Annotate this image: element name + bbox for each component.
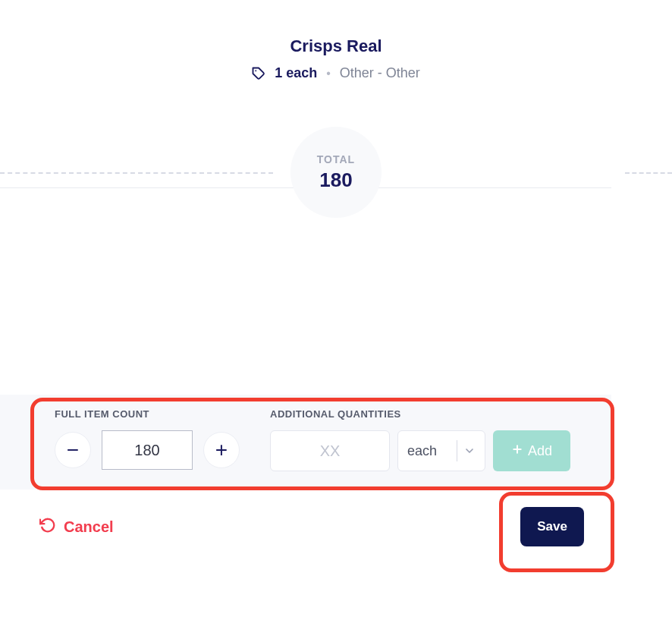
item-quantity: 1 each bbox=[275, 65, 317, 81]
full-count-section: FULL ITEM COUNT − + bbox=[55, 408, 240, 470]
save-button[interactable]: Save bbox=[520, 507, 584, 546]
item-title: Crisps Real bbox=[0, 36, 672, 56]
full-count-input[interactable] bbox=[102, 430, 193, 470]
tag-icon bbox=[252, 67, 265, 80]
unit-select[interactable]: each bbox=[397, 430, 485, 471]
divider-left bbox=[0, 172, 273, 174]
decrement-button[interactable]: − bbox=[55, 432, 91, 468]
plus-icon: + bbox=[215, 439, 228, 461]
additional-input[interactable] bbox=[270, 430, 390, 471]
additional-section: ADDITIONAL QUANTITIES each bbox=[270, 408, 570, 471]
add-button[interactable]: Add bbox=[493, 430, 570, 471]
item-subtitle: 1 each • Other - Other bbox=[0, 65, 672, 81]
footer-actions: Cancel Save bbox=[0, 507, 611, 546]
total-value: 180 bbox=[319, 168, 352, 192]
total-label: TOTAL bbox=[317, 153, 355, 165]
full-count-label: FULL ITEM COUNT bbox=[55, 408, 240, 420]
unit-text: each bbox=[407, 443, 451, 459]
increment-button[interactable]: + bbox=[203, 432, 240, 468]
unit-divider bbox=[457, 440, 457, 461]
cancel-button[interactable]: Cancel bbox=[39, 517, 114, 537]
undo-icon bbox=[39, 517, 56, 537]
divider-right bbox=[625, 172, 672, 174]
count-panel: FULL ITEM COUNT − + ADDITIONAL QUANTITIE… bbox=[0, 395, 611, 490]
separator-bullet: • bbox=[326, 67, 331, 80]
total-badge: TOTAL 180 bbox=[290, 127, 382, 218]
chevron-down-icon bbox=[463, 445, 476, 457]
cancel-label: Cancel bbox=[64, 518, 114, 536]
total-divider: TOTAL 180 bbox=[0, 127, 672, 218]
plus-icon bbox=[511, 443, 523, 459]
additional-label: ADDITIONAL QUANTITIES bbox=[270, 408, 570, 420]
item-header: Crisps Real 1 each • Other - Other bbox=[0, 0, 672, 81]
item-category: Other - Other bbox=[340, 65, 420, 81]
minus-icon: − bbox=[67, 439, 79, 461]
add-button-label: Add bbox=[528, 443, 552, 459]
